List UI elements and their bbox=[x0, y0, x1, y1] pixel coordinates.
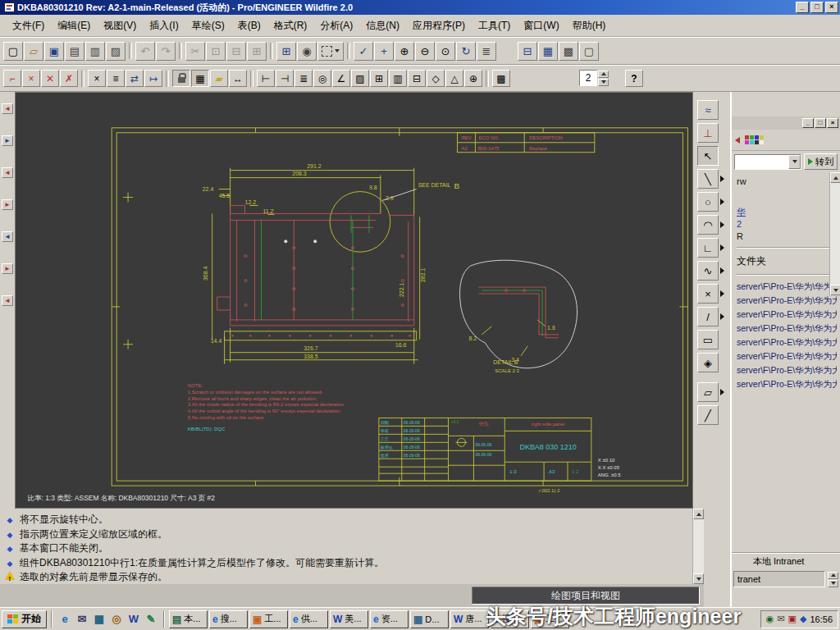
task-button[interactable]: ▣ 工... bbox=[249, 610, 288, 628]
sketch-chamfer-icon[interactable]: ⌐ bbox=[3, 70, 21, 87]
angle-dim-icon[interactable]: ∠ bbox=[332, 70, 350, 87]
page-link[interactable]: 华 bbox=[737, 206, 837, 218]
flyout-arrow-icon[interactable] bbox=[719, 389, 726, 395]
browser-scrollbar[interactable] bbox=[829, 172, 840, 295]
display-settings-icon[interactable]: ✓ bbox=[354, 42, 373, 61]
flyout-arrow-icon[interactable] bbox=[719, 221, 726, 228]
editor-icon[interactable]: ✎ bbox=[143, 610, 159, 628]
view-manager-icon[interactable]: ▩ bbox=[559, 42, 578, 61]
scroll-up-icon[interactable] bbox=[693, 509, 704, 519]
go-button[interactable]: 转到 bbox=[804, 153, 838, 170]
file-list-item[interactable]: server\F\Pro-E\华为\华为大 bbox=[737, 336, 837, 349]
combo-dropdown-icon[interactable] bbox=[788, 155, 801, 169]
snap-grid-icon[interactable]: ▦ bbox=[191, 70, 209, 87]
tool-button[interactable]: / bbox=[697, 307, 719, 326]
mail-icon[interactable]: ✉ bbox=[74, 610, 90, 628]
file-list-item[interactable]: server\F\Pro-E\华为\华为大 bbox=[737, 294, 837, 308]
tool-button[interactable]: ∟ bbox=[697, 238, 719, 258]
toolbar-button[interactable] bbox=[347, 43, 350, 59]
drawing-canvas[interactable]: REV ECO NO. DESCRIPTION A2 B05-1475 Repl… bbox=[15, 92, 693, 509]
toolbar-button[interactable] bbox=[179, 43, 182, 59]
flyout-arrow-icon[interactable] bbox=[719, 313, 726, 320]
highlight-icon[interactable]: ▰ bbox=[210, 70, 228, 87]
file-list-item[interactable]: server\F\Pro-E\华为\华为大 bbox=[737, 322, 837, 336]
scroll-up-icon[interactable] bbox=[830, 172, 840, 183]
cut-icon[interactable]: ✂ bbox=[185, 42, 205, 61]
plot-icon[interactable]: ▨ bbox=[106, 42, 126, 61]
menu-item[interactable]: 帮助(H) bbox=[567, 17, 612, 34]
sketch-axis-icon[interactable]: ✗ bbox=[60, 70, 78, 87]
flyout-arrow-icon[interactable] bbox=[719, 199, 726, 205]
undo-icon[interactable]: ↶ bbox=[135, 42, 155, 61]
scroll-down-icon[interactable] bbox=[830, 285, 840, 295]
browser-maximize-button[interactable]: □ bbox=[815, 118, 826, 128]
repeat-region-icon[interactable]: ▩ bbox=[492, 70, 510, 87]
menu-item[interactable]: 工具(T) bbox=[472, 17, 516, 34]
toolbar-button[interactable] bbox=[250, 71, 253, 87]
media-icon[interactable]: ◎ bbox=[108, 610, 125, 628]
search-icon[interactable]: ◉ bbox=[297, 42, 317, 61]
note-icon[interactable]: ≣ bbox=[294, 70, 313, 87]
network-icon[interactable]: ◆ bbox=[800, 614, 806, 624]
copy-icon[interactable]: ⊡ bbox=[206, 42, 226, 61]
browser-minimize-button[interactable]: _ bbox=[802, 118, 814, 128]
address-input[interactable] bbox=[735, 155, 788, 169]
message-scrollbar[interactable] bbox=[692, 509, 704, 584]
pan-arrow-icon[interactable]: ► bbox=[2, 263, 13, 274]
tool-button[interactable]: ↖ bbox=[697, 146, 719, 166]
close-button[interactable]: × bbox=[825, 2, 838, 13]
print-preview-icon[interactable]: ▥ bbox=[85, 42, 105, 61]
task-button[interactable]: ▤ 本... bbox=[169, 610, 208, 628]
tool-button[interactable]: ╲ bbox=[697, 169, 719, 189]
show-desktop-icon[interactable]: ▦ bbox=[91, 610, 107, 628]
task-button[interactable]: ▦ D... bbox=[410, 610, 449, 628]
swap-sheet-icon[interactable]: ⇄ bbox=[126, 70, 144, 87]
sheet-number-value[interactable]: 2 bbox=[579, 70, 597, 86]
window-icon[interactable]: ▢ bbox=[579, 42, 599, 61]
tool-button[interactable]: ▱ bbox=[697, 382, 719, 402]
redo-icon[interactable]: ↷ bbox=[156, 42, 176, 61]
menu-item[interactable]: 草绘(S) bbox=[186, 17, 231, 34]
pan-arrow-icon[interactable]: ► bbox=[2, 199, 13, 210]
toolbar-button[interactable] bbox=[270, 43, 273, 59]
paste-special-icon[interactable]: ⊞ bbox=[247, 42, 267, 61]
word-icon[interactable]: W bbox=[126, 610, 142, 628]
pan-arrow-icon[interactable]: ◄ bbox=[2, 103, 13, 114]
menu-item[interactable]: 分析(A) bbox=[314, 17, 358, 34]
spin-down-icon[interactable] bbox=[598, 79, 609, 86]
scroll-down-icon[interactable] bbox=[693, 573, 704, 584]
print-icon[interactable]: ▤ bbox=[65, 42, 84, 61]
task-button[interactable]: e 搜... bbox=[209, 610, 248, 628]
task-button[interactable]: e 供... bbox=[290, 610, 328, 628]
menu-item[interactable]: 视图(V) bbox=[98, 17, 142, 34]
flyout-arrow-icon[interactable] bbox=[719, 176, 726, 182]
insert-dim-icon[interactable]: ↔ bbox=[229, 70, 247, 87]
symbol-icon[interactable]: ⊕ bbox=[464, 70, 482, 87]
balloon-icon[interactable]: ◎ bbox=[313, 70, 331, 87]
toolbar-button[interactable] bbox=[166, 71, 169, 87]
dim-baseline-icon[interactable]: ⊣ bbox=[276, 70, 294, 87]
menu-item[interactable]: 插入(I) bbox=[144, 17, 184, 34]
open-icon[interactable]: ▱ bbox=[24, 42, 43, 61]
selection-filter-dropdown[interactable] bbox=[317, 42, 344, 61]
file-list-item[interactable]: server\F\Pro-E\华为\华为大 bbox=[737, 363, 837, 377]
tool-button[interactable]: ≈ bbox=[697, 100, 719, 120]
task-button[interactable]: W 唐... bbox=[450, 610, 489, 628]
file-list-item[interactable]: server\F\Pro-E\华为\华为大 bbox=[737, 377, 837, 391]
volume-icon[interactable]: ◉ bbox=[766, 614, 774, 624]
flyout-arrow-icon[interactable] bbox=[719, 244, 726, 251]
toolbar-button[interactable] bbox=[129, 43, 132, 59]
tool-button[interactable]: ○ bbox=[697, 192, 719, 212]
saved-views-icon[interactable]: ▦ bbox=[538, 42, 558, 61]
menu-item[interactable]: 应用程序(P) bbox=[407, 17, 471, 34]
tool-button[interactable]: ∿ bbox=[697, 261, 719, 281]
sheet-number-spinner[interactable]: 2 bbox=[579, 70, 609, 86]
column-icon[interactable]: ▥ bbox=[389, 70, 407, 87]
menu-item[interactable]: 信息(N) bbox=[360, 17, 405, 34]
pan-arrow-icon[interactable]: ◄ bbox=[2, 295, 13, 306]
menu-item[interactable]: 窗口(W) bbox=[518, 17, 564, 34]
file-list-item[interactable]: server\F\Pro-E\华为\华为大 bbox=[737, 280, 837, 294]
gtol-icon[interactable]: ◇ bbox=[427, 70, 445, 87]
selection-filter[interactable]: 绘图项目和视图 bbox=[472, 587, 700, 605]
color-palette-icon[interactable] bbox=[745, 135, 764, 144]
